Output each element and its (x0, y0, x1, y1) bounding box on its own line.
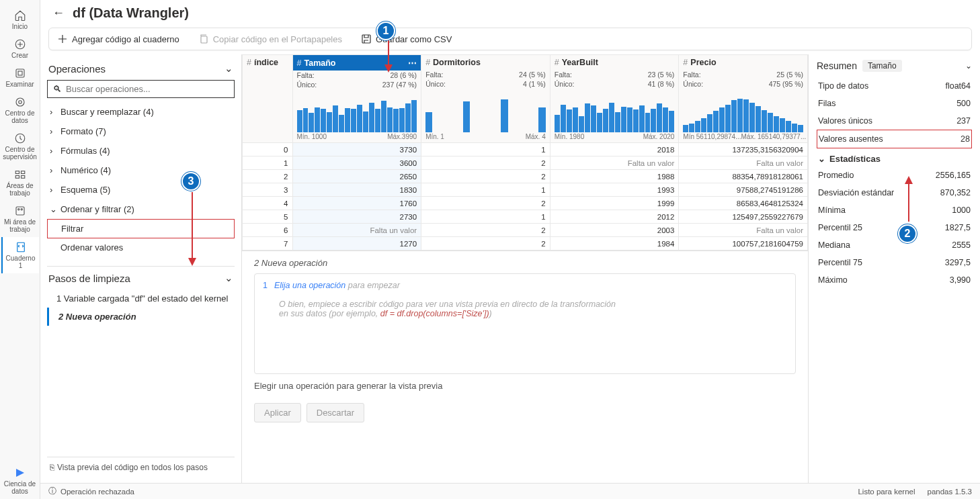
stats-row: Mediana2555 (817, 236, 972, 254)
svg-rect-9 (21, 176, 24, 179)
svg-rect-6 (15, 171, 19, 174)
svg-rect-13 (17, 242, 24, 252)
nav-ciencia-datos[interactable]: Ciencia de datos (1, 463, 39, 499)
callout-2: 2 (898, 224, 917, 243)
newop-tab: 2 Nueva operación (254, 258, 796, 268)
svg-point-12 (21, 209, 22, 210)
nav-mi-area[interactable]: Mi área de trabajo (1, 201, 39, 237)
summary-row: Tipo de datosfloat64 (817, 77, 972, 95)
nav-inicio[interactable]: Inicio (1, 5, 39, 34)
op-category[interactable]: ›Formato (7) (47, 122, 235, 141)
data-grid[interactable]: #índice#Tamaño⋯Falta:28 (6 %)Único:237 (… (242, 54, 808, 251)
status-pandas: pandas 1.5.3 (927, 488, 972, 496)
summary-column-pill: Tamaño (862, 60, 902, 72)
save-csv-button[interactable]: Guardar como CSV (361, 34, 452, 44)
add-code-button[interactable]: Agregar código al cuaderno (57, 34, 179, 44)
table-row[interactable]: 0373012018137235,3156320904 (243, 143, 808, 156)
cleaning-step[interactable]: 1 Variable cargada "df" del estado del k… (47, 289, 235, 308)
callout-3: 3 (181, 172, 200, 191)
op-category[interactable]: ›Numérico (4) (47, 161, 235, 180)
nav-centro-datos[interactable]: Centro de datos (1, 92, 39, 128)
code-editor[interactable]: 1Elija una operación para empezar O bien… (254, 273, 796, 374)
op-category[interactable]: ›Esquema (5) (47, 180, 235, 199)
table-row[interactable]: 136002Falta un valorFalta un valor (243, 156, 808, 170)
svg-rect-10 (16, 207, 24, 215)
op-category[interactable]: ›Buscar y reemplazar (4) (47, 102, 235, 122)
search-input[interactable] (66, 84, 229, 94)
table-row[interactable]: 417602199986583,4648125324 (243, 197, 808, 210)
chevron-down-icon[interactable]: ⌄ (965, 61, 972, 71)
nav-cuaderno[interactable]: Cuaderno 1 (1, 237, 39, 273)
stats-header[interactable]: ⌄ Estadísticas (817, 148, 972, 167)
svg-rect-2 (18, 71, 22, 75)
nav-crear[interactable]: Crear (1, 34, 39, 63)
page-title: df (Data Wrangler) (73, 5, 189, 21)
header: ← df (Data Wrangler) (40, 0, 980, 24)
operations-title: Operaciones (48, 63, 106, 75)
search-icon: 🔍︎ (53, 84, 62, 94)
stats-row: Máximo3,990 (817, 271, 972, 289)
chevron-down-icon[interactable]: ⌄ (224, 62, 233, 75)
op-category[interactable]: ⌄Ordenar y filtrar (2) (47, 199, 235, 219)
copy-code-button[interactable]: Copiar código en el Portapapeles (198, 34, 342, 44)
table-row[interactable]: 7127021984100757,2181604759 (243, 237, 808, 251)
table-row[interactable]: 318301199397588,2745191286 (243, 183, 808, 197)
status-left: Operación rechazada (60, 488, 134, 496)
table-row[interactable]: 226502198888354,78918128061 (243, 170, 808, 183)
stats-row: Percentil 251827,5 (817, 219, 972, 236)
status-kernel: Listo para kernel (858, 488, 915, 496)
more-icon[interactable]: ⋯ (408, 58, 417, 68)
svg-point-3 (18, 101, 22, 104)
column-header[interactable]: #DormitoriosFalta:24 (5 %)Único:4 (1 %)M… (421, 55, 550, 143)
svg-point-11 (17, 209, 19, 210)
back-button[interactable]: ← (52, 6, 65, 20)
code-icon: ⎘ (50, 463, 54, 472)
nav-centro-supervision[interactable]: Centro de supervisión (1, 128, 39, 165)
search-operations[interactable]: 🔍︎ (47, 80, 235, 98)
op-sub-item[interactable]: Filtrar (47, 219, 235, 238)
column-header[interactable]: #Tamaño⋯Falta:28 (6 %)Único:237 (47 %)Mí… (292, 55, 421, 143)
chevron-right-icon: › (50, 126, 56, 136)
op-footer-text: Elegir una operación para generar la vis… (254, 374, 796, 398)
stats-row: Mínima1000 (817, 201, 972, 219)
table-row[interactable]: 5273012012125497,2559227679 (243, 210, 808, 224)
callout-1: 1 (376, 21, 395, 40)
summary-row: Valores ausentes28 (817, 130, 972, 148)
chevron-down-icon: ⌄ (818, 154, 825, 164)
svg-rect-7 (21, 171, 24, 174)
discard-button[interactable]: Descartar (307, 403, 364, 422)
steps-title: Pasos de limpieza (48, 273, 130, 284)
column-header[interactable]: #PrecioFalta:25 (5 %)Único:475 (95 %)Mín… (679, 55, 808, 143)
chevron-down-icon[interactable]: ⌄ (224, 272, 233, 284)
stats-row: Desviación estándar870,352 (817, 184, 972, 201)
nav-examinar[interactable]: Examinar (1, 63, 39, 92)
data-area: #índice#Tamaño⋯Falta:28 (6 %)Único:237 (… (242, 54, 809, 483)
summary-title: Resumen (817, 60, 857, 71)
stats-row: Promedio2556,165 (817, 167, 972, 184)
chevron-right-icon: › (50, 165, 56, 175)
chevron-right-icon: › (50, 146, 56, 156)
chevron-down-icon: ⌄ (50, 204, 56, 214)
operations-panel: Operaciones ⌄ 🔍︎ ›Buscar y reemplazar (4… (40, 54, 242, 483)
summary-row: Valores únicos237 (817, 112, 972, 130)
stats-row: Percentil 753297,5 (817, 254, 972, 271)
chevron-right-icon: › (50, 185, 56, 195)
chevron-right-icon: › (50, 107, 56, 117)
table-row[interactable]: 6Falta un valor22003Falta un valor (243, 224, 808, 237)
show-code-preview[interactable]: ⎘ Vista previa del código en todos los p… (47, 457, 235, 478)
info-icon: ⓘ (48, 486, 56, 496)
column-header[interactable]: #índice (243, 55, 293, 143)
svg-rect-1 (16, 69, 24, 77)
summary-row: Filas500 (817, 95, 972, 112)
apply-button[interactable]: Aplicar (254, 403, 301, 422)
column-header[interactable]: #YearBuiltFalta:23 (5 %)Único:41 (8 %)Mí… (550, 55, 679, 143)
nav-areas-trabajo[interactable]: Áreas de trabajo (1, 165, 39, 201)
nav-rail: Inicio Crear Examinar Centro de datos Ce… (0, 0, 40, 499)
cleaning-step[interactable]: 2 Nueva operación (47, 308, 235, 326)
svg-rect-15 (362, 35, 370, 43)
svg-rect-8 (15, 176, 19, 179)
op-category[interactable]: ›Fórmulas (4) (47, 141, 235, 161)
summary-panel: Resumen Tamaño ⌄ Tipo de datosfloat64Fil… (809, 54, 980, 483)
op-sub-item[interactable]: Ordenar valores (47, 238, 235, 257)
toolbar: Agregar código al cuaderno Copiar código… (48, 28, 972, 50)
